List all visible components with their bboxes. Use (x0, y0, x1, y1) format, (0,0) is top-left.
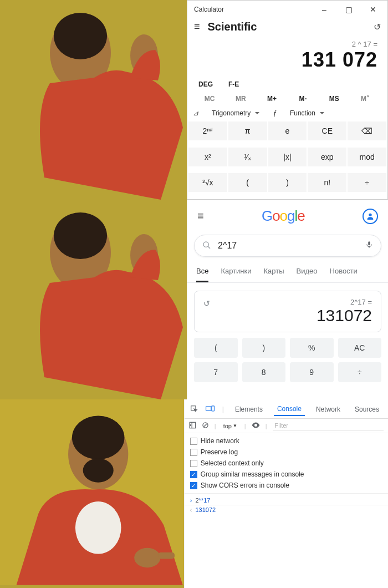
gcalc-ac[interactable]: AC (338, 338, 382, 358)
svg-point-9 (203, 242, 208, 247)
console-input-line: 2**17 (195, 497, 210, 504)
account-icon[interactable] (363, 209, 378, 224)
history-icon[interactable]: ↺ (203, 298, 210, 308)
search-icon (202, 241, 211, 251)
gcalc-8[interactable]: 8 (242, 362, 286, 382)
calculator-mode: Scientific (208, 21, 374, 33)
minimize-button[interactable]: – (312, 1, 336, 18)
tab-video[interactable]: Видео (297, 267, 318, 282)
sidebar-toggle-icon[interactable] (189, 422, 196, 430)
google-logo[interactable]: Google (262, 207, 305, 225)
gcalc-percent[interactable]: % (290, 338, 334, 358)
meme-drake-reject-2 (0, 200, 187, 399)
memory-mplus[interactable]: M+ (256, 95, 287, 103)
key-2nd[interactable]: 2ⁿᵈ (188, 121, 227, 140)
gcalc-9[interactable]: 9 (290, 362, 334, 382)
google-calc-equation: 2^17 = (210, 298, 372, 306)
check-cors-errors[interactable]: ✓Show CORS errors in console (190, 480, 382, 491)
tab-network[interactable]: Network (313, 403, 344, 415)
key-exp[interactable]: exp (308, 148, 346, 166)
key-inv[interactable]: ¹⁄ₓ (228, 148, 267, 166)
svg-rect-11 (368, 241, 370, 245)
key-xsq[interactable]: x² (188, 148, 227, 166)
svg-line-27 (203, 423, 207, 427)
memory-mc[interactable]: MC (194, 95, 225, 103)
key-sqrt[interactable]: ²√x (188, 173, 227, 192)
google-calc-result: 131072 (210, 306, 372, 325)
meme-drake-approve (0, 399, 184, 588)
angle-icon: ⊿ (193, 109, 198, 117)
window-title: Calculator (194, 6, 224, 13)
svg-point-8 (369, 213, 371, 216)
inspect-icon[interactable] (190, 405, 198, 414)
menu-icon[interactable]: ≡ (197, 210, 204, 222)
device-toggle-icon[interactable] (206, 405, 215, 414)
gcalc-rparen[interactable]: ) (242, 338, 286, 358)
eye-icon[interactable] (252, 422, 260, 429)
history-icon[interactable]: ↺ (374, 22, 381, 32)
key-abs[interactable]: |x| (268, 148, 307, 166)
return-icon: ‹ (190, 506, 192, 513)
devtools-panel: | Elements Console Network Sources | top… (184, 399, 388, 588)
svg-line-10 (208, 246, 210, 249)
search-bar[interactable] (194, 235, 381, 257)
calculator-equation: 2 ^ 17 = (187, 38, 387, 48)
search-input[interactable] (218, 241, 365, 251)
google-calculator-card: ↺ 2^17 = 131072 (194, 291, 381, 332)
key-mod[interactable]: mod (348, 148, 386, 166)
trigonometry-dropdown[interactable]: Trigonometry (212, 109, 259, 117)
function-f-icon: ƒ (273, 109, 277, 117)
key-rparen[interactable]: ) (268, 173, 307, 192)
tab-images[interactable]: Картинки (221, 267, 251, 282)
svg-point-6 (54, 212, 107, 259)
filter-input[interactable] (273, 421, 384, 430)
check-hide-network[interactable]: Hide network (190, 435, 382, 447)
tab-maps[interactable]: Карты (264, 267, 284, 282)
console-result: 131072 (195, 506, 216, 513)
memory-ms[interactable]: MS (319, 95, 350, 103)
gcalc-lparen[interactable]: ( (194, 338, 238, 358)
svg-point-15 (72, 416, 125, 460)
key-e[interactable]: e (268, 121, 307, 140)
close-button[interactable]: ✕ (361, 1, 385, 18)
tab-console[interactable]: Console (274, 403, 305, 416)
menu-icon[interactable]: ≡ (194, 21, 200, 33)
calculator-window: Calculator – ▢ ✕ ≡ Scientific ↺ 2 ^ 17 =… (187, 0, 388, 200)
console-output[interactable]: › 2**17 ‹ 131072 (185, 494, 388, 516)
svg-point-17 (75, 501, 121, 554)
memory-mdrop[interactable]: M˅ (350, 95, 381, 103)
tab-sources[interactable]: Sources (351, 403, 382, 415)
clear-console-icon[interactable] (202, 422, 209, 430)
memory-mr[interactable]: MR (225, 95, 256, 103)
key-pi[interactable]: π (228, 121, 267, 140)
tab-elements[interactable]: Elements (232, 403, 266, 415)
key-factorial[interactable]: n! (308, 173, 346, 192)
gcalc-div[interactable]: ÷ (338, 362, 382, 382)
key-ce[interactable]: CE (308, 121, 346, 140)
key-lparen[interactable]: ( (228, 173, 267, 192)
function-dropdown[interactable]: Function (290, 109, 324, 117)
gcalc-7[interactable]: 7 (194, 362, 238, 382)
svg-rect-21 (206, 407, 211, 410)
tab-all[interactable]: Все (196, 267, 208, 282)
check-group-similar[interactable]: ✓Group similar messages in console (190, 469, 382, 480)
context-selector[interactable]: top▼ (222, 422, 239, 430)
key-backspace[interactable]: ⌫ (348, 121, 386, 140)
calculator-result: 131 072 (187, 48, 387, 76)
tab-news[interactable]: Новости (330, 267, 358, 282)
deg-toggle[interactable]: DEG (198, 80, 213, 88)
check-preserve-log[interactable]: Preserve log (190, 447, 382, 458)
key-divide[interactable]: ÷ (348, 173, 386, 192)
mic-icon[interactable] (365, 240, 373, 252)
memory-mminus[interactable]: M- (288, 95, 319, 103)
svg-rect-22 (212, 405, 215, 410)
check-selected-context[interactable]: Selected context only (190, 458, 382, 469)
google-search-panel: ≡ Google Все Картинки Карты Видео Новост… (187, 200, 388, 399)
svg-point-18 (134, 548, 160, 567)
svg-marker-25 (190, 424, 191, 426)
meme-drake-reject-1 (0, 0, 187, 200)
fe-toggle[interactable]: F-E (228, 80, 239, 88)
maximize-button[interactable]: ▢ (336, 1, 361, 18)
svg-rect-19 (158, 552, 175, 559)
svg-point-16 (83, 458, 114, 482)
